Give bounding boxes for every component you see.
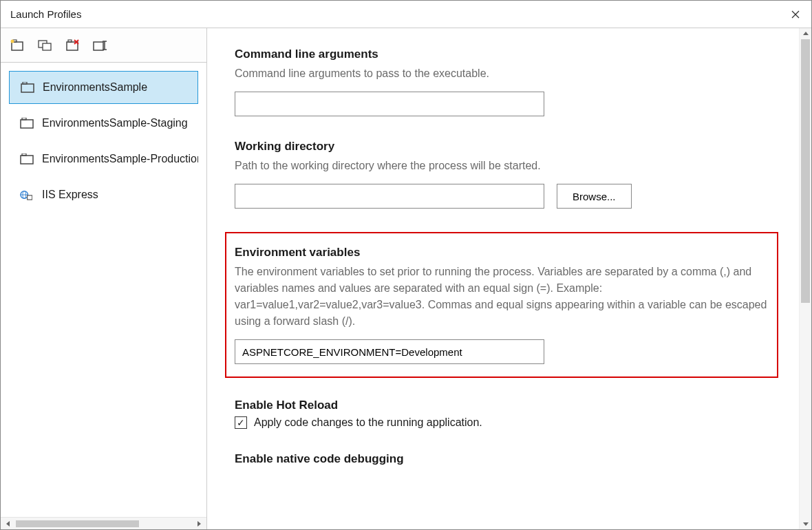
project-icon	[20, 118, 34, 129]
svg-marker-25	[6, 521, 10, 527]
svg-rect-11	[94, 42, 103, 50]
section-desc: Command line arguments to pass to the ex…	[235, 65, 771, 82]
launch-profiles-dialog: Launch Profiles	[0, 0, 812, 530]
profile-item-label: EnvironmentsSample-Staging	[42, 117, 188, 129]
rename-profile-button[interactable]	[93, 39, 108, 52]
scrollbar-thumb[interactable]	[801, 39, 810, 303]
browse-button[interactable]: Browse...	[557, 184, 632, 209]
delete-profile-icon	[65, 39, 81, 52]
section-title: Enable native code debugging	[235, 452, 771, 466]
scroll-up-arrow-icon[interactable]	[800, 28, 811, 39]
titlebar: Launch Profiles	[1, 1, 811, 28]
hot-reload-checkbox[interactable]: ✓	[235, 416, 247, 429]
svg-rect-8	[68, 40, 72, 42]
delete-profile-button[interactable]	[65, 39, 81, 52]
sidebar-horizontal-scrollbar[interactable]	[1, 517, 206, 529]
new-profile-icon	[10, 39, 25, 52]
svg-point-4	[11, 39, 14, 43]
section-title: Enable Hot Reload	[235, 399, 771, 412]
window-title: Launch Profiles	[10, 8, 81, 20]
profiles-toolbar	[1, 28, 206, 63]
profile-item-label: IIS Express	[42, 189, 98, 201]
svg-rect-18	[22, 118, 26, 120]
svg-rect-24	[28, 195, 32, 200]
section-desc: Path to the working directory where the …	[235, 158, 771, 174]
profile-list: EnvironmentsSample EnvironmentsSample-St…	[1, 63, 206, 517]
profile-item-label: EnvironmentsSample-Production	[42, 153, 198, 165]
section-environment-variables: Environment variables The environment va…	[225, 232, 778, 378]
section-title: Environment variables	[235, 246, 769, 259]
svg-rect-20	[22, 153, 26, 156]
profile-item-iis-express[interactable]: IIS Express	[9, 178, 198, 211]
iis-express-icon	[20, 189, 34, 200]
svg-rect-19	[21, 156, 33, 164]
section-command-line-arguments: Command line arguments Command line argu…	[235, 47, 771, 116]
profile-item-environments-sample-production[interactable]: EnvironmentsSample-Production	[9, 142, 198, 176]
svg-rect-15	[21, 84, 34, 92]
section-title: Working directory	[235, 140, 771, 153]
rename-profile-icon	[93, 39, 108, 52]
svg-marker-28	[803, 522, 809, 526]
scroll-right-arrow-icon[interactable]	[194, 519, 204, 529]
scrollbar-track[interactable]	[16, 520, 191, 527]
profile-item-environments-sample[interactable]: EnvironmentsSample	[9, 71, 198, 104]
project-icon	[20, 153, 34, 165]
new-profile-button[interactable]	[10, 39, 25, 52]
svg-rect-17	[21, 120, 33, 128]
scrollbar-track[interactable]	[800, 39, 811, 518]
svg-rect-16	[23, 82, 27, 84]
section-working-directory: Working directory Path to the working di…	[235, 140, 771, 209]
svg-rect-6	[43, 43, 51, 50]
scroll-down-arrow-icon[interactable]	[800, 518, 811, 529]
section-enable-native-code-debugging: Enable native code debugging	[235, 452, 771, 466]
svg-marker-26	[197, 521, 201, 527]
section-enable-hot-reload: Enable Hot Reload ✓ Apply code changes t…	[235, 399, 771, 429]
profile-item-environments-sample-staging[interactable]: EnvironmentsSample-Staging	[9, 107, 198, 140]
section-desc: The environment variables to set prior t…	[235, 264, 769, 330]
section-title: Command line arguments	[235, 47, 771, 61]
checkmark-icon: ✓	[237, 418, 245, 427]
svg-marker-27	[803, 32, 809, 35]
command-line-arguments-input[interactable]	[235, 92, 544, 116]
scrollbar-thumb[interactable]	[16, 520, 139, 527]
settings-content: Command line arguments Command line argu…	[207, 28, 799, 529]
checkbox-label: Apply code changes to the running applic…	[254, 416, 482, 429]
duplicate-profile-icon	[38, 39, 53, 52]
project-icon	[21, 82, 34, 93]
content-vertical-scrollbar[interactable]	[799, 28, 811, 529]
svg-rect-2	[12, 42, 23, 50]
close-button[interactable]	[780, 1, 811, 28]
profile-item-label: EnvironmentsSample	[43, 81, 147, 94]
working-directory-input[interactable]	[235, 184, 544, 209]
close-icon	[791, 10, 800, 19]
duplicate-profile-button[interactable]	[38, 39, 53, 52]
scroll-left-arrow-icon[interactable]	[3, 519, 13, 529]
profiles-sidebar: EnvironmentsSample EnvironmentsSample-St…	[1, 28, 207, 529]
environment-variables-input[interactable]	[235, 339, 544, 364]
